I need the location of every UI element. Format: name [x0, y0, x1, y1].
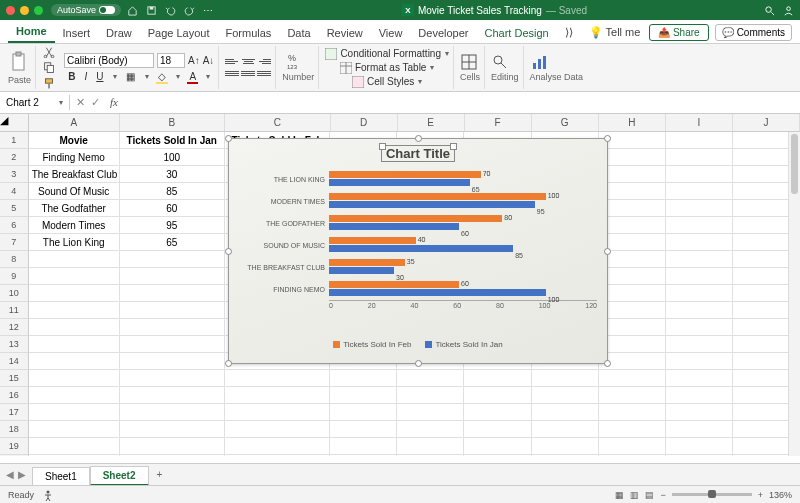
tab-draw[interactable]: Draw [98, 23, 140, 43]
zoom-level[interactable]: 136% [769, 490, 792, 500]
decrease-font-icon[interactable]: A↓ [203, 55, 215, 66]
zoom-slider[interactable] [672, 493, 752, 496]
cell[interactable] [532, 370, 599, 387]
chart-bar[interactable]: 100 [329, 289, 546, 296]
row-header[interactable]: 16 [0, 387, 29, 404]
cell[interactable] [330, 404, 397, 421]
cell[interactable] [666, 387, 733, 404]
cell[interactable] [29, 353, 120, 370]
tab-data[interactable]: Data [279, 23, 318, 43]
share-button[interactable]: 📤 Share [649, 24, 709, 41]
cell[interactable] [599, 404, 666, 421]
row-header[interactable]: 14 [0, 353, 29, 370]
zoom-out-icon[interactable]: − [660, 490, 665, 500]
cell[interactable] [120, 251, 225, 268]
chart-bar[interactable]: 85 [329, 245, 513, 252]
cell[interactable]: 100 [120, 149, 225, 166]
cell[interactable] [397, 438, 464, 455]
italic-button[interactable]: I [82, 71, 89, 82]
cell[interactable] [599, 251, 666, 268]
chart-bar[interactable]: 35 [329, 259, 405, 266]
cell[interactable] [330, 387, 397, 404]
cell[interactable] [599, 455, 666, 456]
cell[interactable] [330, 455, 397, 456]
row-header[interactable]: 19 [0, 438, 29, 455]
embedded-chart[interactable]: Chart Title THE LION KING 70 65 MODERN T… [228, 138, 608, 364]
tab-more[interactable]: ⟩⟩ [557, 22, 581, 43]
search-icon[interactable] [764, 5, 775, 16]
cell[interactable] [225, 455, 330, 456]
add-sheet-button[interactable]: + [149, 466, 171, 483]
chart-bar[interactable]: 80 [329, 215, 502, 222]
cell[interactable] [225, 387, 330, 404]
cell[interactable] [599, 421, 666, 438]
tab-chart-design[interactable]: Chart Design [477, 23, 557, 43]
account-icon[interactable] [783, 5, 794, 16]
analyse-data-button[interactable]: Analyse Data [530, 53, 584, 82]
cell[interactable] [120, 421, 225, 438]
tab-review[interactable]: Review [319, 23, 371, 43]
copy-icon[interactable] [42, 61, 56, 73]
cells-button[interactable]: Cells [460, 53, 480, 82]
tab-insert[interactable]: Insert [55, 23, 99, 43]
cell[interactable] [666, 217, 733, 234]
cell[interactable] [666, 319, 733, 336]
cell[interactable]: 60 [120, 200, 225, 217]
tab-formulas[interactable]: Formulas [218, 23, 280, 43]
cell-styles-button[interactable]: Cell Styles▾ [352, 75, 422, 89]
name-box[interactable]: Chart 2▾ [0, 95, 70, 110]
cell[interactable]: 65 [120, 234, 225, 251]
cell[interactable] [29, 319, 120, 336]
chart-title[interactable]: Chart Title [229, 139, 607, 168]
col-header[interactable]: D [331, 114, 398, 131]
row-header[interactable]: 12 [0, 319, 29, 336]
cell[interactable] [29, 285, 120, 302]
cell[interactable]: Finding Nemo [29, 149, 120, 166]
cell[interactable] [532, 404, 599, 421]
view-normal-icon[interactable]: ▦ [615, 490, 624, 500]
cell[interactable]: 95 [120, 217, 225, 234]
row-header[interactable]: 8 [0, 251, 29, 268]
cell[interactable]: 85 [120, 183, 225, 200]
sheet-tab[interactable]: Sheet1 [32, 467, 90, 485]
row-header[interactable]: 7 [0, 234, 29, 251]
cancel-icon[interactable]: ✕ [76, 96, 85, 109]
cell[interactable] [599, 217, 666, 234]
cell[interactable] [599, 438, 666, 455]
chart-bar[interactable]: 65 [329, 179, 470, 186]
cell[interactable] [666, 285, 733, 302]
row-header[interactable]: 11 [0, 302, 29, 319]
cell[interactable] [120, 302, 225, 319]
row-header[interactable]: 5 [0, 200, 29, 217]
cell[interactable] [397, 455, 464, 456]
accessibility-icon[interactable] [42, 489, 54, 501]
cell[interactable] [599, 285, 666, 302]
cell[interactable] [532, 421, 599, 438]
row-header[interactable]: 17 [0, 404, 29, 421]
cell[interactable] [29, 387, 120, 404]
cell[interactable] [464, 404, 531, 421]
cell[interactable] [225, 438, 330, 455]
comments-button[interactable]: 💬 Comments [715, 24, 792, 41]
row-header[interactable]: 3 [0, 166, 29, 183]
cell[interactable] [666, 200, 733, 217]
col-header[interactable]: C [225, 114, 330, 131]
cell[interactable] [599, 370, 666, 387]
cell[interactable] [120, 319, 225, 336]
cell[interactable] [599, 200, 666, 217]
cell[interactable] [29, 438, 120, 455]
cell[interactable] [666, 353, 733, 370]
chart-bar[interactable]: 70 [329, 171, 481, 178]
chart-legend[interactable]: Tickets Sold In Feb Tickets Sold In Jan [229, 338, 607, 351]
cell[interactable] [599, 234, 666, 251]
row-header[interactable]: 2 [0, 149, 29, 166]
cell[interactable] [120, 404, 225, 421]
cell[interactable] [666, 268, 733, 285]
cell[interactable] [666, 370, 733, 387]
sheet-nav[interactable]: ◀▶ [0, 469, 32, 480]
cell[interactable] [599, 268, 666, 285]
number-format-button[interactable]: %123 Number [282, 53, 314, 82]
cell[interactable]: Sound Of Music [29, 183, 120, 200]
cell[interactable] [599, 336, 666, 353]
cell[interactable] [330, 421, 397, 438]
